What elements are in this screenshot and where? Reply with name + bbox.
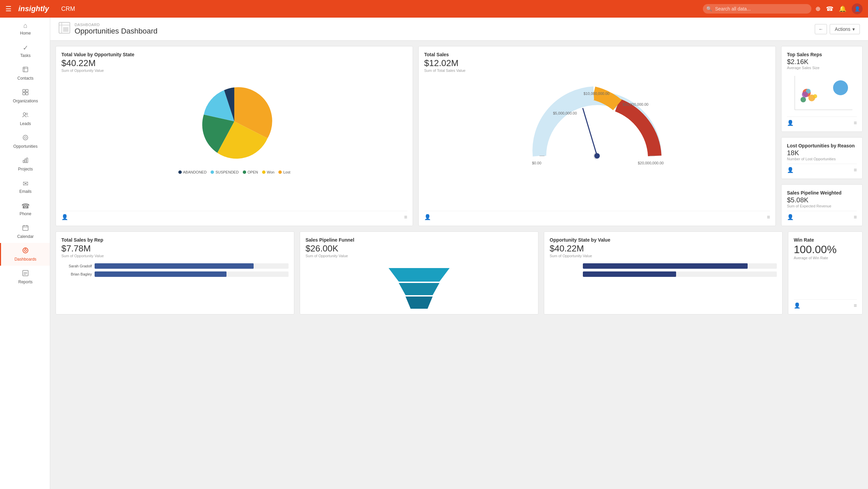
page-header: DASHBOARD Opportunities Dashboard ← Acti… xyxy=(50,18,868,41)
sidebar-item-home[interactable]: ⌂ Home xyxy=(0,18,50,40)
svg-rect-3 xyxy=(23,89,25,92)
main-content: DASHBOARD Opportunities Dashboard ← Acti… xyxy=(50,18,868,489)
svg-point-53 xyxy=(813,94,817,98)
svg-text:$20,000,000.00: $20,000,000.00 xyxy=(638,161,664,165)
svg-text:$10,000,000.00: $10,000,000.00 xyxy=(584,91,609,96)
add-icon[interactable]: ⊕ xyxy=(815,5,821,13)
svg-rect-12 xyxy=(25,159,26,163)
svg-marker-57 xyxy=(399,283,439,295)
phone-sidebar-icon: ☎ xyxy=(21,202,30,210)
svg-point-8 xyxy=(26,113,28,115)
svg-line-40 xyxy=(583,108,597,156)
legend-item-abandoned: ABANDONED xyxy=(178,170,207,174)
search-input[interactable] xyxy=(703,4,811,14)
svg-rect-13 xyxy=(26,158,28,163)
legend-dot xyxy=(178,170,182,174)
notification-icon[interactable]: 🔔 xyxy=(839,5,846,13)
sidebar-item-emails[interactable]: ✉ Emails xyxy=(0,176,50,198)
sidebar-item-label: Reports xyxy=(18,280,33,284)
pie-legend: ABANDONED SUSPENDED OPEN Won xyxy=(61,170,407,174)
projects-icon xyxy=(22,157,29,165)
sidebar-item-phone[interactable]: ☎ Phone xyxy=(0,198,50,220)
sidebar-item-organizations[interactable]: Organizations xyxy=(0,85,50,107)
page-header-left: DASHBOARD Opportunities Dashboard xyxy=(58,22,158,36)
card-value: $5.08K xyxy=(787,196,857,204)
legend-label: Won xyxy=(267,170,274,174)
appname: CRM xyxy=(61,5,75,13)
legend-label: Lost xyxy=(283,170,290,174)
card-subtitle: Sum of Opportunity Value xyxy=(61,68,407,73)
right-column: Top Sales Reps $2.16K Average Sales Size xyxy=(781,46,863,226)
svg-point-55 xyxy=(833,80,848,95)
card-title: Top Sales Reps xyxy=(787,52,857,57)
avatar[interactable]: 👤 xyxy=(852,3,863,14)
card-opportunity-state-by-value: Opportunity State by Value $40.22M Sum o… xyxy=(544,231,783,314)
card-sales-pipeline-weighted: Sales Pipeline Weighted $5.08K Sum of Ex… xyxy=(781,184,863,226)
bar-fill xyxy=(95,263,254,269)
svg-rect-0 xyxy=(23,67,28,72)
sidebar-item-label: Home xyxy=(20,31,31,36)
svg-point-7 xyxy=(23,113,26,115)
sidebar-item-tasks[interactable]: ✓ Tasks xyxy=(0,40,50,62)
sidebar: ⌂ Home ✓ Tasks Contacts Organizations Le… xyxy=(0,18,50,489)
card-footer-grid-icon: ≡ xyxy=(404,214,407,220)
phone-icon[interactable]: ☎ xyxy=(826,5,833,13)
card-title: Sales Pipeline Weighted xyxy=(787,190,857,196)
sidebar-item-contacts[interactable]: Contacts xyxy=(0,62,50,85)
svg-point-19 xyxy=(24,249,26,251)
card-title: Total Sales xyxy=(424,52,770,57)
bar-row xyxy=(550,271,777,277)
legend-item-lost: Lost xyxy=(278,170,290,174)
sidebar-item-label: Tasks xyxy=(20,53,31,58)
sidebar-item-label: Opportunities xyxy=(13,144,37,149)
svg-point-54 xyxy=(802,91,808,98)
logo: insightly xyxy=(18,4,49,13)
home-icon: ⌂ xyxy=(23,22,27,29)
opportunities-icon xyxy=(22,134,29,143)
reports-icon xyxy=(22,270,29,278)
bar-row xyxy=(550,263,777,269)
sidebar-item-label: Emails xyxy=(19,189,32,194)
topnav-icons: ⊕ ☎ 🔔 👤 xyxy=(815,3,863,14)
actions-button[interactable]: Actions ▾ xyxy=(830,24,860,34)
card-footer-person-icon: 👤 xyxy=(61,214,68,220)
chevron-down-icon: ▾ xyxy=(852,26,855,32)
search-wrapper: 🔍 xyxy=(703,4,811,14)
sidebar-item-reports[interactable]: Reports xyxy=(0,266,50,288)
dashboard-row-2: Total Sales by Rep $7.78M Sum of Opportu… xyxy=(56,231,863,314)
pie-chart xyxy=(61,75,407,167)
dashboard-scroll: Total Value by Opportunity State $40.22M… xyxy=(50,41,868,489)
bar-row: Brian Bagley xyxy=(61,271,289,277)
page-title: Opportunities Dashboard xyxy=(75,27,158,36)
card-footer: 👤 ≡ xyxy=(787,164,857,173)
topnav: ☰ insightly CRM 🔍 ⊕ ☎ 🔔 👤 xyxy=(0,0,868,18)
hamburger-icon[interactable]: ☰ xyxy=(5,5,12,13)
sidebar-item-leads[interactable]: Leads xyxy=(0,107,50,130)
svg-point-51 xyxy=(801,97,806,102)
card-subtitle: Sum of Opportunity Value xyxy=(550,254,777,258)
sidebar-item-label: Projects xyxy=(18,167,33,171)
page-header-text: DASHBOARD Opportunities Dashboard xyxy=(75,23,158,36)
sidebar-item-label: Contacts xyxy=(17,76,33,81)
card-footer-grid-icon: ≡ xyxy=(767,214,770,220)
card-footer: 👤 ≡ xyxy=(787,117,857,126)
card-subtitle: Average Sales Size xyxy=(787,66,857,70)
card-footer: 👤 ≡ xyxy=(61,211,407,220)
sidebar-item-opportunities[interactable]: Opportunities xyxy=(0,130,50,153)
card-value: $40.22M xyxy=(61,58,407,68)
sidebar-item-calendar[interactable]: Calendar xyxy=(0,220,50,243)
card-value: $26.00K xyxy=(305,243,533,254)
organizations-icon xyxy=(22,89,29,97)
emails-icon: ✉ xyxy=(23,180,28,188)
card-title: Lost Opportunities by Reason xyxy=(787,143,857,148)
card-footer-person-icon: 👤 xyxy=(424,214,431,220)
card-subtitle: Number of Lost Opportunities xyxy=(787,157,857,161)
back-button[interactable]: ← xyxy=(815,24,827,34)
card-subtitle: Sum of Total Sales Value xyxy=(424,68,770,73)
card-footer-person-icon: 👤 xyxy=(794,302,801,309)
legend-item-open: OPEN xyxy=(243,170,258,174)
card-sales-pipeline-funnel: Sales Pipeline Funnel $26.00K Sum of Opp… xyxy=(300,231,538,314)
svg-text:$15,000,000.00: $15,000,000.00 xyxy=(623,102,648,106)
sidebar-item-projects[interactable]: Projects xyxy=(0,153,50,176)
sidebar-item-dashboards[interactable]: Dashboards xyxy=(0,243,50,266)
